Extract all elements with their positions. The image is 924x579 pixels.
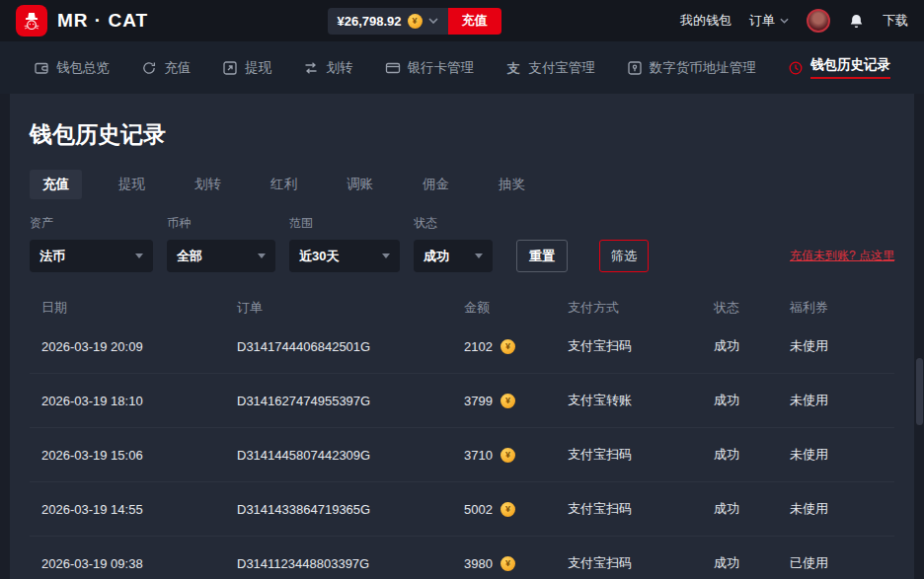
cell-payment: 支付宝扫码 xyxy=(568,337,714,355)
asset-select[interactable]: 法币 xyxy=(30,240,153,272)
cell-order: D3141123448803397G xyxy=(237,556,464,571)
crypto-address-icon xyxy=(627,60,643,76)
cell-order: D3141433864719365G xyxy=(237,502,464,517)
col-header-status: 状态 xyxy=(714,299,790,317)
table-row: 2026-03-19 15:06 D3141445807442309G 3710… xyxy=(30,428,894,482)
nav-label: 银行卡管理 xyxy=(408,59,475,77)
table-row: 2026-03-19 09:38 D3141123448803397G 3980… xyxy=(30,537,894,579)
range-select-value: 近30天 xyxy=(299,248,339,265)
nav-label: 数字货币地址管理 xyxy=(650,59,756,77)
recharge-button[interactable]: 充值 xyxy=(448,8,501,35)
currency-select-value: 全部 xyxy=(177,248,202,265)
nav-item-wallet-overview[interactable]: 钱包总览 xyxy=(34,59,110,77)
download-link[interactable]: 下载 xyxy=(883,12,908,30)
tab-bonus[interactable]: 红利 xyxy=(258,170,310,199)
tab-deposit[interactable]: 充值 xyxy=(30,170,82,199)
coin-icon: ¥ xyxy=(408,14,423,29)
scrollbar-thumb[interactable] xyxy=(916,358,923,425)
coin-icon: ¥ xyxy=(500,502,515,517)
nav-item-deposit[interactable]: 充值 xyxy=(141,59,191,77)
table-header-row: 日期 订单 金额 支付方式 状态 福利券 xyxy=(30,296,894,320)
cell-coupon: 已使用 xyxy=(790,554,883,572)
range-select[interactable]: 近30天 xyxy=(289,240,400,272)
chevron-down-icon xyxy=(780,18,789,24)
nav-label: 钱包历史记录 xyxy=(810,56,890,79)
cell-date: 2026-03-19 15:06 xyxy=(41,448,237,463)
wallet-nav: 钱包总览 充值 提现 划转 银行卡管理 支 支付宝管理 数字货币地址管理 xyxy=(0,41,924,94)
nav-label: 钱包总览 xyxy=(56,59,110,77)
table-row: 2026-03-19 18:10 D3141627474955397G 3799… xyxy=(30,374,894,428)
amount-value: 5002 xyxy=(464,502,493,517)
tab-lottery[interactable]: 抽奖 xyxy=(486,170,538,199)
coin-icon: ¥ xyxy=(500,394,515,408)
cell-payment: 支付宝扫码 xyxy=(568,500,714,518)
cell-order: D3141744406842501G xyxy=(237,339,464,354)
caret-down-icon xyxy=(258,253,266,258)
orders-menu[interactable]: 订单 xyxy=(749,12,789,30)
nav-item-transfer[interactable]: 划转 xyxy=(303,59,352,77)
svg-text:支: 支 xyxy=(506,60,521,75)
cell-order: D3141627474955397G xyxy=(237,394,464,408)
cell-date: 2026-03-19 18:10 xyxy=(41,394,237,408)
col-header-payment: 支付方式 xyxy=(568,299,714,317)
amount-value: 3710 xyxy=(464,448,493,463)
cell-coupon: 未使用 xyxy=(790,446,883,464)
coin-icon: ¥ xyxy=(500,339,515,354)
cell-payment: 支付宝扫码 xyxy=(568,446,714,464)
avatar[interactable] xyxy=(807,9,830,33)
cell-payment: 支付宝转账 xyxy=(568,392,714,409)
filter-currency: 币种 全部 xyxy=(167,215,275,272)
wallet-icon xyxy=(34,60,49,76)
amount-value: 3799 xyxy=(464,394,493,408)
coin-icon: ¥ xyxy=(500,448,515,463)
transfer-icon xyxy=(303,60,319,76)
cell-status: 成功 xyxy=(714,554,790,572)
cell-coupon: 未使用 xyxy=(790,392,883,409)
filter-button[interactable]: 筛选 xyxy=(599,240,649,272)
cell-coupon: 未使用 xyxy=(790,500,883,518)
table-row: 2026-03-19 14:55 D3141433864719365G 5002… xyxy=(30,482,894,537)
tab-transfer[interactable]: 划转 xyxy=(182,170,234,199)
nav-label: 提现 xyxy=(245,59,271,77)
nav-label: 划转 xyxy=(326,59,352,77)
caret-down-icon xyxy=(135,253,143,258)
coin-icon: ¥ xyxy=(500,556,515,571)
cell-status: 成功 xyxy=(714,392,790,409)
cell-status: 成功 xyxy=(714,337,790,355)
tab-adjustment[interactable]: 调账 xyxy=(334,170,386,199)
nav-item-alipay[interactable]: 支 支付宝管理 xyxy=(505,59,595,77)
status-select[interactable]: 成功 xyxy=(414,240,493,272)
cell-payment: 支付宝扫码 xyxy=(568,554,714,572)
asset-select-value: 法币 xyxy=(39,248,65,265)
balance-dropdown[interactable]: ¥26,798.92 ¥ xyxy=(328,8,448,35)
brand-name: MR · CAT xyxy=(57,10,148,32)
nav-label: 充值 xyxy=(164,59,191,77)
cell-order: D3141445807442309G xyxy=(237,448,464,463)
deposit-help-link[interactable]: 充值未到账? 点这里 xyxy=(790,248,894,264)
cell-amount: 3980 ¥ xyxy=(464,556,568,571)
reset-button[interactable]: 重置 xyxy=(516,240,568,272)
brand[interactable]: MR · CAT xyxy=(16,5,148,36)
page-title: 钱包历史记录 xyxy=(30,94,894,150)
filter-bar: 资产 法币 币种 全部 范围 近30天 状态 成功 xyxy=(30,215,894,272)
nav-item-wallet-history[interactable]: 钱包历史记录 xyxy=(788,56,890,79)
tab-withdraw[interactable]: 提现 xyxy=(106,170,158,199)
top-header: MR · CAT ¥26,798.92 ¥ 充值 我的钱包 订单 下载 xyxy=(0,0,924,41)
history-type-tabs: 充值 提现 划转 红利 调账 佣金 抽奖 xyxy=(30,170,894,199)
col-header-coupon: 福利券 xyxy=(790,299,883,317)
nav-item-bank-cards[interactable]: 银行卡管理 xyxy=(385,59,475,77)
my-wallet-link[interactable]: 我的钱包 xyxy=(680,12,732,30)
nav-item-withdraw[interactable]: 提现 xyxy=(222,59,271,77)
status-select-value: 成功 xyxy=(424,248,449,265)
balance-amount: ¥26,798.92 xyxy=(338,14,402,29)
caret-down-icon xyxy=(475,253,483,258)
cell-amount: 3799 ¥ xyxy=(464,394,568,408)
nav-item-crypto-address[interactable]: 数字货币地址管理 xyxy=(627,59,756,77)
currency-select[interactable]: 全部 xyxy=(167,240,275,272)
filter-status-label: 状态 xyxy=(414,215,493,232)
caret-down-icon xyxy=(382,253,390,258)
cell-date: 2026-03-19 20:09 xyxy=(41,339,237,354)
cell-amount: 5002 ¥ xyxy=(464,502,568,517)
bell-icon[interactable] xyxy=(848,13,865,30)
tab-commission[interactable]: 佣金 xyxy=(410,170,462,199)
